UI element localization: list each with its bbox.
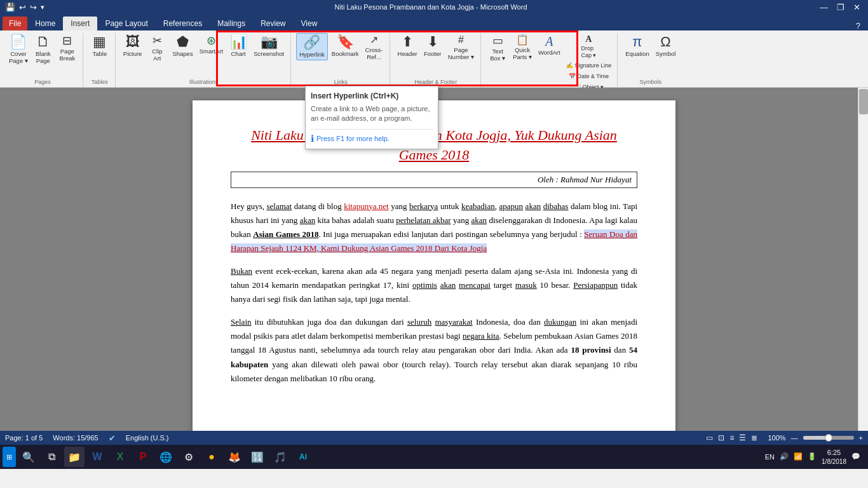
tooltip-description: Create a link to a Web page, a picture, … (311, 104, 433, 124)
minimize-btn[interactable]: — (817, 3, 831, 12)
picture-btn[interactable]: 🖼 Picture (121, 33, 145, 59)
paragraph-1: Hey guys, selamat datang di blog kitapun… (231, 200, 637, 255)
symbol-btn[interactable]: Ω Symbol (653, 33, 679, 59)
tab-mailings[interactable]: Mailings (210, 17, 253, 30)
ribbon-group-header-footer: ⬆ Header ⬇ Footer # PageNumber ▾ Header … (391, 33, 482, 87)
taskbar-music[interactable]: 🎵 (270, 447, 290, 467)
view-outline-icon[interactable]: ☰ (739, 433, 746, 442)
tooltip-help-text: Press F1 for more help. (316, 135, 390, 142)
notification-btn[interactable]: 💬 (851, 452, 860, 461)
clock-date: 1/8/2018 (822, 458, 846, 466)
taskbar-settings[interactable]: ⚙ (179, 447, 199, 467)
ribbon-tabs: File Home Insert Page Layout References … (0, 14, 868, 30)
cross-reference-btn[interactable]: ↗ Cross-Ref... (363, 33, 386, 63)
tab-file[interactable]: File (3, 17, 27, 30)
taskbar-firefox[interactable]: 🦊 (224, 447, 245, 467)
taskbar-tray: EN 🔊 📶 🔋 6:25 1/8/2018 💬 (760, 448, 865, 465)
clip-art-btn[interactable]: ✂ ClipArt (146, 33, 168, 64)
tab-home[interactable]: Home (27, 17, 63, 30)
help-icon[interactable]: ? (851, 21, 865, 30)
taskbar-edge[interactable]: 🌐 (156, 447, 176, 467)
window-title: Niti Laku Pesona Prambanan dan Kota Jogj… (44, 3, 817, 11)
tray-language: EN (765, 453, 775, 461)
zoom-out-icon[interactable]: — (791, 434, 798, 442)
taskbar-powerpoint[interactable]: P (133, 447, 153, 467)
table-btn[interactable]: ▦ Table (88, 33, 111, 59)
tray-network[interactable]: 📶 (794, 452, 803, 461)
close-btn[interactable]: ✕ (851, 3, 863, 12)
taskbar: ⊞ 🔍 ⧉ 📁 W X P 🌐 ⚙ ● 🦊 🔢 🎵 Ai EN 🔊 📶 🔋 6:… (0, 445, 868, 469)
scrollbar-thumb[interactable] (859, 89, 868, 114)
zoom-level: 100% (768, 434, 785, 442)
ribbon-group-links: 🔗 Hyperlink 🔖 Bookmark ↗ Cross-Ref... Li… (292, 33, 390, 87)
tab-references[interactable]: References (156, 17, 210, 30)
date-time-btn[interactable]: 📅 Date & Time (564, 72, 614, 81)
paragraph-3: Selain itu dibutuhkan juga doa dan dukun… (231, 315, 637, 385)
scrollbar[interactable] (858, 88, 868, 431)
taskbar-taskview[interactable]: ⧉ (41, 447, 62, 467)
hyperlink-btn[interactable]: 🔗 Hyperlink (296, 33, 328, 60)
ribbon-group-illustrations: 🖼 Picture ✂ ClipArt ⬟ Shapes ⊛ SmartArt … (117, 33, 291, 87)
hyperlink-tooltip: Insert Hyperlink (Ctrl+K) Create a link … (305, 86, 438, 149)
status-bar: Page: 1 of 5 Words: 15/965 ✔ English (U.… (0, 431, 868, 445)
taskbar-chrome[interactable]: ● (201, 447, 222, 467)
tab-view[interactable]: View (294, 17, 325, 30)
start-button[interactable]: ⊞ (3, 447, 16, 467)
language: English (U.S.) (126, 434, 169, 442)
zoom-in-icon[interactable]: + (859, 434, 863, 442)
tab-insert[interactable]: Insert (63, 17, 97, 30)
taskbar-excel[interactable]: X (110, 447, 130, 467)
taskbar-search[interactable]: 🔍 (18, 447, 39, 467)
paragraph-2: Bukan event ecek-ecekan, karena akan ada… (231, 264, 637, 306)
view-web-icon[interactable]: ≡ (729, 433, 734, 442)
page-break-btn[interactable]: ⊟ PageBreak (56, 33, 79, 64)
page-count: Page: 1 of 5 (5, 434, 43, 442)
view-full-icon[interactable]: ⊡ (718, 433, 724, 442)
ribbon-group-tables: ▦ Table Tables (85, 33, 116, 87)
dropcap-btn[interactable]: A DropCap ▾ (564, 33, 614, 60)
screenshot-btn[interactable]: 📷 Screenshot (251, 33, 287, 59)
view-print-icon[interactable]: ▭ (706, 433, 713, 442)
zoom-handle[interactable] (825, 434, 832, 442)
document-page: Niti Laku Pesona Prambanan dan Kota Jogj… (193, 100, 675, 431)
tray-speaker[interactable]: 🔊 (780, 452, 789, 461)
signature-line-btn[interactable]: ✍ Signature Line (564, 61, 614, 71)
zoom-slider[interactable] (803, 436, 854, 440)
shapes-btn[interactable]: ⬟ Shapes (170, 33, 195, 59)
title-bar: 💾 ↩ ↪ ▾ Niti Laku Pesona Prambanan dan K… (0, 0, 868, 14)
document-author: Oleh : Rahmad Nur Hidayat (231, 172, 637, 188)
smartart-btn[interactable]: ⊛ SmartArt (197, 33, 226, 57)
maximize-btn[interactable]: ❐ (834, 3, 847, 12)
tab-review[interactable]: Review (253, 17, 293, 30)
ribbon-group-text: ▭ TextBox ▾ 📋 QuickParts ▾ A WordArt A D… (482, 33, 618, 87)
spell-icon: ✔ (109, 433, 116, 443)
tab-pagelayout[interactable]: Page Layout (97, 17, 155, 30)
taskbar-explorer[interactable]: 📁 (64, 447, 85, 467)
tooltip-help: ℹ Press F1 for more help. (311, 129, 433, 144)
taskbar-word-icon[interactable]: W (87, 447, 107, 467)
wordart-btn[interactable]: A WordArt (536, 33, 563, 58)
taskbar-clock[interactable]: 6:25 1/8/2018 (822, 448, 846, 465)
equation-btn[interactable]: π Equation (623, 33, 652, 59)
textbox-btn[interactable]: ▭ TextBox ▾ (486, 33, 509, 64)
chart-btn[interactable]: 📊 Chart (227, 33, 250, 59)
footer-btn[interactable]: ⬇ Footer (421, 33, 444, 59)
bookmark-btn[interactable]: 🔖 Bookmark (329, 33, 362, 59)
blank-page-btn[interactable]: 🗋 BlankPage (32, 33, 55, 67)
help-circle-icon: ℹ (311, 133, 314, 144)
taskbar-ai[interactable]: Ai (293, 447, 313, 467)
page-number-btn[interactable]: # PageNumber ▾ (445, 33, 477, 63)
ribbon: 📄 CoverPage ▾ 🗋 BlankPage ⊟ PageBreak Pa… (0, 30, 868, 88)
ai-label: Ai (299, 452, 307, 461)
word-count: Words: 15/965 (53, 434, 98, 442)
ribbon-group-symbols: π Equation Ω Symbol Symbols (619, 33, 682, 87)
cover-page-btn[interactable]: 📄 CoverPage ▾ (6, 33, 31, 67)
clock-time: 6:25 (822, 448, 846, 457)
quick-parts-btn[interactable]: 📋 QuickParts ▾ (510, 33, 534, 63)
tooltip-title: Insert Hyperlink (Ctrl+K) (311, 92, 433, 100)
header-btn[interactable]: ⬆ Header (395, 33, 420, 59)
view-draft-icon[interactable]: ≣ (751, 433, 757, 442)
taskbar-calculator[interactable]: 🔢 (247, 447, 268, 467)
link-kitapunya[interactable]: kitapunya.net (344, 201, 388, 211)
tray-battery[interactable]: 🔋 (808, 452, 817, 461)
